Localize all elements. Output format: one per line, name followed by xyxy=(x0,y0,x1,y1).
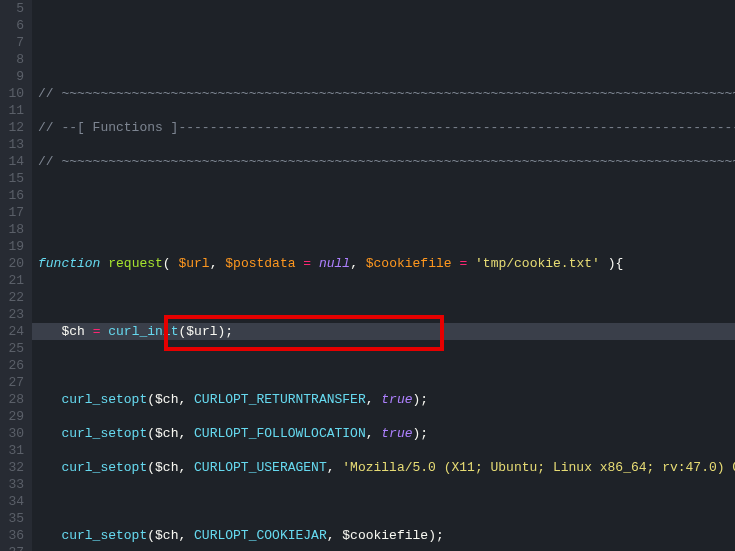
constant: CURLOPT_RETURNTRANSFER xyxy=(194,392,366,407)
code-line xyxy=(38,289,735,306)
code-line: function request( $url, $postdata = null… xyxy=(38,255,735,272)
default-value: 'tmp/cookie.txt' xyxy=(475,256,600,271)
function-call: curl_setopt xyxy=(61,426,147,441)
code-area[interactable]: // ~~~~~~~~~~~~~~~~~~~~~~~~~~~~~~~~~~~~~… xyxy=(32,0,735,551)
code-line xyxy=(38,493,735,510)
constant: CURLOPT_FOLLOWLOCATION xyxy=(194,426,366,441)
comment-text: // ~~~~~~~~~~~~~~~~~~~~~~~~~~~~~~~~~~~~~… xyxy=(38,86,735,101)
default-value: null xyxy=(319,256,350,271)
arg: $ch xyxy=(155,392,178,407)
variable: $ch xyxy=(61,324,84,339)
string: 'Mozilla/5.0 (X11; Ubuntu; Linux x86_64;… xyxy=(342,460,735,475)
function-name: request xyxy=(108,256,163,271)
code-line: curl_setopt($ch, CURLOPT_FOLLOWLOCATION,… xyxy=(38,425,735,442)
constant: CURLOPT_COOKIEJAR xyxy=(194,528,327,543)
param: $postdata xyxy=(225,256,295,271)
comment-text: // --[ Functions ]----------------------… xyxy=(38,120,735,135)
function-call: curl_init xyxy=(108,324,178,339)
arg: $ch xyxy=(155,426,178,441)
arg: $cookiefile xyxy=(342,528,428,543)
bool: true xyxy=(381,392,412,407)
keyword: function xyxy=(38,256,100,271)
function-call: curl_setopt xyxy=(61,392,147,407)
arg: $ch xyxy=(155,528,178,543)
param: $cookiefile xyxy=(366,256,452,271)
code-editor: 5678910111213141516171819202122232425262… xyxy=(0,0,735,551)
function-call: curl_setopt xyxy=(61,528,147,543)
arg: $url xyxy=(186,324,217,339)
code-line: // --[ Functions ]----------------------… xyxy=(38,119,735,136)
arg: $ch xyxy=(155,460,178,475)
comment-text: // ~~~~~~~~~~~~~~~~~~~~~~~~~~~~~~~~~~~~~… xyxy=(38,154,735,169)
code-line: curl_setopt($ch, CURLOPT_COOKIEJAR, $coo… xyxy=(38,527,735,544)
code-line: $ch = curl_init($url); xyxy=(38,323,735,340)
param: $url xyxy=(178,256,209,271)
constant: CURLOPT_USERAGENT xyxy=(194,460,327,475)
code-line: // ~~~~~~~~~~~~~~~~~~~~~~~~~~~~~~~~~~~~~… xyxy=(38,153,735,170)
code-line: // ~~~~~~~~~~~~~~~~~~~~~~~~~~~~~~~~~~~~~… xyxy=(38,85,735,102)
function-call: curl_setopt xyxy=(61,460,147,475)
code-line: curl_setopt($ch, CURLOPT_RETURNTRANSFER,… xyxy=(38,391,735,408)
code-line xyxy=(38,357,735,374)
code-line xyxy=(38,221,735,238)
line-number-gutter: 5678910111213141516171819202122232425262… xyxy=(0,0,32,551)
bool: true xyxy=(381,426,412,441)
code-line: curl_setopt($ch, CURLOPT_USERAGENT, 'Moz… xyxy=(38,459,735,476)
code-line xyxy=(38,187,735,204)
